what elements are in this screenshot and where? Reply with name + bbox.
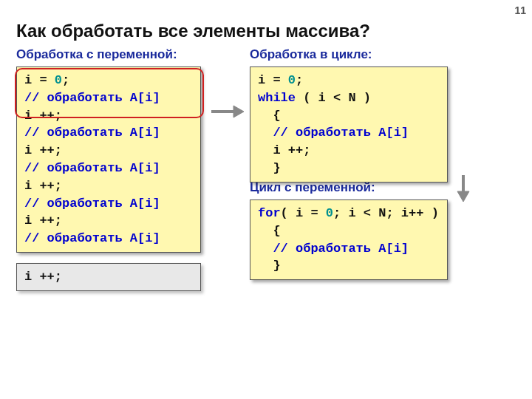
code-block-while: i = 0; while ( i < N ) { // обработать A… [250,66,448,183]
arrow-right-icon [210,102,244,121]
code-block-unrolled-extra: i ++; [16,263,201,291]
arrow-down-icon [454,175,473,202]
code-block-for: for( i = 0; i < N; i++ ) { // обработать… [250,200,448,280]
code-block-unrolled: i = 0; // обработать A[i] i ++; // обраб… [16,66,201,253]
svg-marker-3 [457,191,469,202]
label-for-loop: Цикл с переменной: [250,180,375,195]
label-variable-processing: Обработка с переменной: [16,47,177,62]
svg-marker-1 [233,106,244,117]
slide-number: 11 [514,4,526,16]
page-title: Как обработать все элементы массива? [16,21,532,41]
label-loop-processing: Обработка в цикле: [250,47,372,62]
content-area: Обработка с переменной: Обработка в цикл… [0,47,532,395]
